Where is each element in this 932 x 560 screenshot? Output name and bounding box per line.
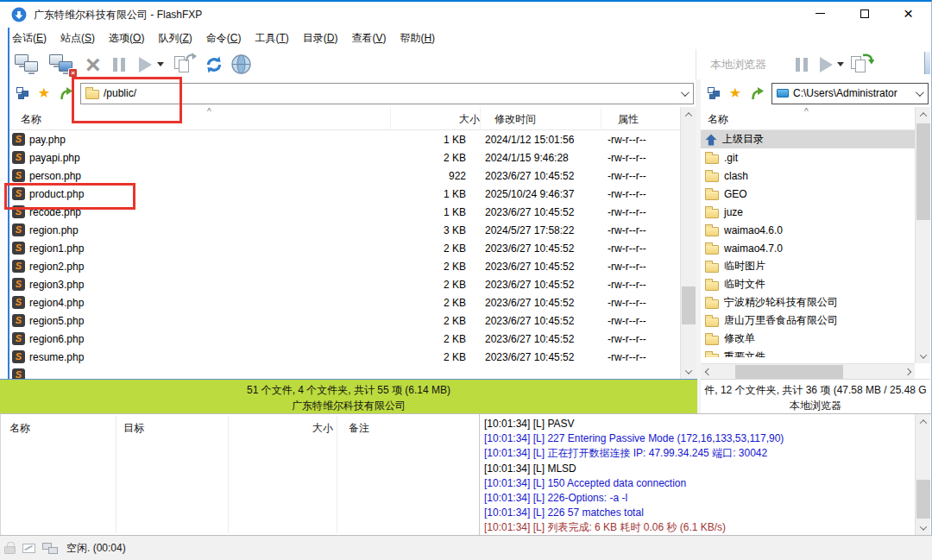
file-attributes: -rw-r--r--	[608, 333, 646, 345]
web-browse-button[interactable]	[231, 51, 251, 79]
menu-item-1[interactable]: 会话(E)	[9, 31, 58, 46]
scroll-up-button[interactable]	[681, 107, 696, 122]
scrollbar-thumb[interactable]	[916, 480, 930, 519]
remote-sites-button[interactable]	[14, 85, 31, 102]
remote-file-row[interactable]: Sregion3.php2 KB2023/6/27 10:45:52-rw-r-…	[9, 275, 680, 293]
queue-column-name[interactable]: 名称	[9, 421, 30, 436]
remote-file-row[interactable]: Spayapi.php2 KB2024/1/15 9:46:28-rw-r--r…	[9, 148, 680, 167]
chevron-up-icon	[685, 112, 692, 119]
remote-vertical-scrollbar[interactable]	[680, 107, 696, 379]
remote-file-row[interactable]: Sresume.php2 KB2023/6/27 10:45:52-rw-r--…	[9, 348, 680, 366]
remote-file-row[interactable]: Sregion1.php2 KB2023/6/27 10:45:52-rw-r-…	[9, 239, 680, 257]
menu-item-9[interactable]: 帮助(H)	[397, 31, 446, 46]
remote-file-row[interactable]: Sregion5.php2 KB2023/6/27 10:45:52-rw-r-…	[9, 311, 680, 330]
computers-icon	[42, 543, 60, 555]
scroll-down-button[interactable]	[916, 349, 931, 363]
local-folder-row[interactable]: clash	[701, 167, 916, 185]
scroll-left-button[interactable]	[701, 364, 715, 380]
file-attributes: -rw-r--r--	[608, 351, 646, 363]
local-folder-row[interactable]: 临时图片	[701, 257, 916, 275]
local-column-name[interactable]: 名称	[708, 112, 728, 127]
menu-item-7[interactable]: 目录(D)	[300, 31, 350, 46]
queue-column-note[interactable]: 备注	[349, 421, 369, 436]
local-folder-row[interactable]: GEO	[701, 185, 916, 203]
remote-file-row[interactable]: Sregion.php3 KB2024/5/27 17:58:22-rw-r--…	[9, 221, 680, 239]
log-vertical-scrollbar[interactable]	[915, 414, 930, 535]
menu-item-8[interactable]: 查看(V)	[349, 31, 397, 46]
close-button[interactable]: ×	[886, 0, 930, 27]
remote-file-row[interactable]: Sregion6.php2 KB2023/6/27 10:45:52-rw-r-…	[9, 330, 680, 348]
transfer-queue-button[interactable]	[174, 51, 195, 79]
chevron-down-icon	[916, 88, 924, 97]
play-button[interactable]	[139, 51, 152, 79]
menu-item-3[interactable]: 选项(O)	[106, 31, 155, 46]
local-folder-row[interactable]: 重要文件	[701, 348, 916, 357]
local-go-up-button[interactable]	[748, 85, 765, 102]
quick-connect-button[interactable]	[15, 51, 41, 79]
local-transfer-button[interactable]	[851, 51, 872, 79]
remote-column-attr[interactable]: 属性	[618, 112, 639, 127]
local-folder-row[interactable]: 宁波精沙轮科技有限公司	[701, 293, 916, 311]
local-folder-row[interactable]: 临时文件	[701, 275, 916, 293]
scrollbar-thumb[interactable]	[735, 365, 843, 379]
remote-column-name[interactable]: 名称	[21, 112, 41, 127]
local-folder-row[interactable]: 修改单	[701, 330, 916, 348]
scroll-up-button[interactable]	[916, 414, 931, 429]
play-dropdown-button[interactable]	[157, 51, 164, 79]
log-line: [10:01:34] [L] 226-Options: -a -l	[484, 491, 915, 506]
scroll-right-button[interactable]	[900, 364, 915, 380]
local-folder-row[interactable]: waimao4.7.0	[701, 239, 916, 257]
queue-column-target[interactable]: 目标	[123, 421, 144, 436]
menu-item-4[interactable]: 队列(Z)	[155, 31, 203, 46]
file-modified-time: 2023/6/27 10:45:52	[485, 315, 574, 327]
maximize-button[interactable]	[842, 0, 886, 27]
file-name: region2.php	[29, 261, 84, 273]
local-favorites-button[interactable]: ★	[727, 85, 744, 102]
file-size: 2 KB	[371, 315, 466, 327]
local-folder-row[interactable]: juze	[701, 203, 916, 221]
site-manager-button[interactable]: ×	[49, 51, 75, 79]
refresh-button[interactable]	[204, 51, 224, 79]
play-icon	[139, 57, 152, 72]
local-path-combo[interactable]: C:\Users\Administrator	[771, 83, 929, 104]
local-folder-row[interactable]: .git	[701, 148, 916, 167]
remote-file-row[interactable]: Sperson.php9222023/6/27 10:45:52-rw-r--r…	[9, 167, 680, 185]
local-vertical-scrollbar[interactable]	[915, 107, 930, 363]
minimize-button[interactable]	[798, 0, 842, 27]
scroll-up-button[interactable]	[916, 107, 931, 122]
pause-button[interactable]	[113, 51, 125, 79]
abort-button[interactable]: ×	[85, 51, 101, 79]
local-folder-row[interactable]: 唐山万里香食品有限公司	[701, 311, 916, 330]
local-sites-button[interactable]	[705, 85, 722, 102]
menu-item-2[interactable]: 站点(S)	[58, 31, 106, 46]
remote-column-date[interactable]: 修改时间	[494, 112, 536, 127]
folder-icon	[705, 209, 719, 218]
file-size: 2 KB	[371, 242, 466, 255]
scrollbar-thumb[interactable]	[916, 123, 930, 220]
queue-column-size[interactable]: 大小	[260, 421, 333, 436]
local-list-header: 名称 ^	[701, 107, 916, 130]
remote-file-row[interactable]: Sregion4.php2 KB2023/6/27 10:45:52-rw-r-…	[9, 293, 680, 311]
folder-icon	[705, 191, 719, 200]
local-horizontal-scrollbar[interactable]	[701, 363, 915, 379]
local-address-row: ★ C:\Users\Administrator	[701, 79, 930, 107]
remote-file-row[interactable]: Sregion2.php2 KB2023/6/27 10:45:52-rw-r-…	[9, 257, 680, 275]
php-file-icon: S	[12, 223, 25, 236]
scrollbar-thumb[interactable]	[682, 286, 696, 324]
remote-file-row[interactable]: Spay.php1 KB2024/1/12 15:01:56-rw-r--r--	[9, 130, 680, 148]
local-folder-row[interactable]: waimao4.6.0	[701, 221, 916, 239]
local-pause-button[interactable]	[796, 51, 808, 79]
file-attributes: -rw-r--r--	[608, 315, 646, 327]
parent-directory-row[interactable]: 上级目录	[701, 130, 916, 148]
file-attributes: -rw-r--r--	[608, 297, 646, 309]
menu-item-5[interactable]: 命令(C)	[204, 31, 253, 46]
local-play-dropdown-button[interactable]	[837, 51, 844, 79]
log-line: [10:01:34] [L] 226 57 matches total	[484, 506, 915, 520]
sites-tree-icon	[708, 87, 721, 99]
scroll-down-button[interactable]	[916, 520, 931, 535]
menu-item-6[interactable]: 工具(T)	[252, 31, 299, 46]
remote-column-size[interactable]: 大小	[390, 112, 480, 127]
local-play-button[interactable]	[820, 51, 833, 79]
remote-favorites-button[interactable]: ★	[35, 85, 53, 102]
scroll-down-button[interactable]	[681, 364, 696, 379]
